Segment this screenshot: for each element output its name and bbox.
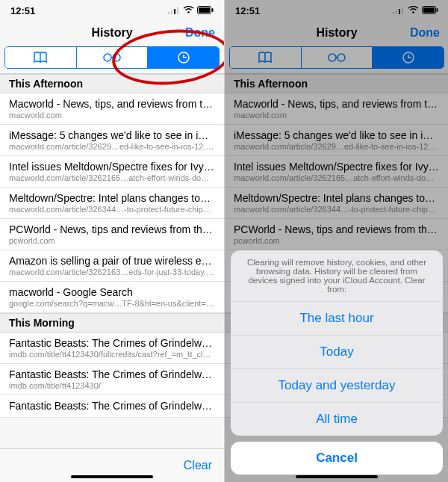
signal-icon <box>168 5 180 16</box>
svg-point-8 <box>104 54 111 61</box>
segmented-control <box>4 46 220 69</box>
clear-button[interactable]: Clear <box>184 459 212 472</box>
done-button[interactable]: Done <box>185 26 215 40</box>
action-sheet-message: Clearing will remove history, cookies, a… <box>231 250 443 302</box>
clock-icon <box>177 51 190 64</box>
list-item[interactable]: Amazon is selling a pair of true wireles… <box>0 250 224 282</box>
home-indicator <box>296 475 378 478</box>
cancel-button[interactable]: Cancel <box>231 442 443 475</box>
svg-point-4 <box>187 11 190 13</box>
list-item[interactable]: macworld - Google Searchgoogle.com/searc… <box>0 282 224 313</box>
action-sheet-group: Clearing will remove history, cookies, a… <box>231 250 443 436</box>
battery-icon <box>197 5 214 16</box>
glasses-icon <box>103 52 121 63</box>
book-icon <box>34 52 47 64</box>
list-item[interactable]: Fantastic Beasts: The Crimes of Grindelw… <box>0 395 224 418</box>
action-sheet: Clearing will remove history, cookies, a… <box>231 250 443 475</box>
wifi-icon <box>183 5 194 16</box>
status-time: 12:51 <box>10 5 35 16</box>
section-header: This Morning <box>0 313 224 333</box>
list-item[interactable]: Meltdown/Spectre: Intel plans changes to… <box>0 188 224 219</box>
svg-rect-6 <box>199 7 210 13</box>
svg-rect-0 <box>168 12 169 14</box>
tab-history[interactable] <box>147 47 219 68</box>
phone-right: 12:51 History Done This Afternoon Macwor… <box>224 0 448 482</box>
svg-rect-3 <box>177 7 178 14</box>
list-item[interactable]: PCWorld - News, tips and reviews from th… <box>0 219 224 250</box>
svg-rect-2 <box>174 9 175 14</box>
list-item[interactable]: Macworld - News, tips, and reviews from … <box>0 93 224 125</box>
phone-left: 12:51 History Done This Afternoon <box>0 0 224 482</box>
history-list: This Afternoon Macworld - News, tips, an… <box>0 73 224 418</box>
clear-all-time[interactable]: All time <box>231 403 443 436</box>
list-item[interactable]: iMessage: 5 changes we'd like to see in … <box>0 125 224 156</box>
tab-bookmarks[interactable] <box>5 47 76 68</box>
list-item[interactable]: Fantastic Beasts: The Crimes of Grindelw… <box>0 333 224 364</box>
home-indicator <box>71 475 153 478</box>
status-bar: 12:51 <box>0 0 224 21</box>
page-title: History <box>91 26 132 40</box>
nav-header: History Done <box>0 21 224 45</box>
section-header: This Afternoon <box>0 74 224 93</box>
tab-reading-list[interactable] <box>76 47 148 68</box>
svg-point-9 <box>113 54 120 61</box>
clear-today-yesterday[interactable]: Today and yesterday <box>231 369 443 403</box>
list-item[interactable]: Fantastic Beasts: The Crimes of Grindelw… <box>0 364 224 395</box>
list-item[interactable]: Intel issues Meltdown/Spectre fixes for … <box>0 156 224 188</box>
svg-rect-1 <box>171 10 172 14</box>
svg-rect-7 <box>212 8 214 12</box>
clear-today[interactable]: Today <box>231 336 443 369</box>
clear-last-hour[interactable]: The last hour <box>231 302 443 336</box>
